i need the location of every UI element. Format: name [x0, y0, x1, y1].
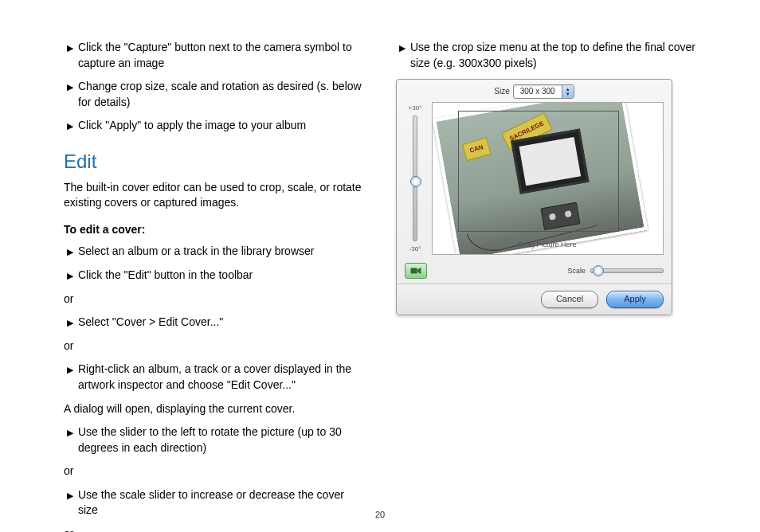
cover-canvas[interactable]: CAN SACRILEGE Drag Picture Here	[432, 102, 664, 255]
or-separator: or	[64, 464, 364, 479]
bullet-item: ▶ Right-click an album, a track or a cov…	[64, 362, 364, 393]
combo-arrows-icon: ▲▼	[562, 85, 574, 98]
bullet-text: Change crop size, scale and rotation as …	[78, 79, 364, 110]
bullet-icon: ▶	[67, 424, 78, 456]
bullet-text: Click the "Edit" button in the toolbar	[78, 268, 364, 284]
bullet-icon: ▶	[67, 268, 78, 284]
scale-slider[interactable]	[590, 268, 664, 273]
size-combobox[interactable]: 300 x 300 ▲▼	[513, 84, 574, 99]
paragraph: A dialog will open, displaying the curre…	[64, 401, 364, 417]
left-column: ▶ Click the "Capture" button next to the…	[64, 40, 364, 532]
bullet-item: ▶ Change crop size, scale and rotation a…	[64, 79, 364, 110]
bullet-text: Use the crop size menu at the top to def…	[410, 40, 696, 71]
or-separator: or	[64, 291, 364, 307]
drag-hint: Drag Picture Here	[433, 240, 663, 250]
scale-label: Scale	[567, 266, 586, 276]
cover-editor-dialog: Size 300 x 300 ▲▼ +30° -30°	[396, 79, 672, 315]
section-heading: Edit	[64, 148, 364, 175]
bullet-item: ▶ Click the "Edit" button in the toolbar	[64, 268, 364, 284]
crop-rectangle	[458, 111, 619, 232]
bullet-text: Click "Apply" to apply the image to your…	[78, 118, 364, 134]
bullet-icon: ▶	[67, 362, 78, 393]
bullet-icon: ▶	[67, 244, 78, 260]
rotation-slider[interactable]	[413, 115, 417, 241]
or-separator: or	[64, 338, 364, 354]
svg-marker-1	[417, 268, 421, 274]
rotation-knob-icon	[410, 176, 421, 187]
section-intro: The built-in cover editor can be used to…	[64, 180, 364, 211]
rotation-slider-column: +30° -30°	[403, 102, 427, 255]
bullet-item: ▶ Use the slider to the left to rotate t…	[64, 424, 364, 456]
bullet-item: ▶ Click the "Capture" button next to the…	[64, 40, 364, 71]
video-camera-icon	[410, 266, 421, 276]
right-column: ▶ Use the crop size menu at the top to d…	[396, 40, 696, 532]
bullet-item: ▶ Use the crop size menu at the top to d…	[396, 40, 696, 71]
bullet-text: Right-click an album, a track or a cover…	[78, 362, 364, 393]
bullet-text: Use the slider to the left to rotate the…	[78, 424, 364, 456]
bullet-item: ▶ Select an album or a track in the libr…	[64, 244, 364, 260]
sub-heading: To edit a cover:	[64, 222, 364, 238]
size-value: 300 x 300	[514, 85, 562, 98]
page-number: 20	[0, 509, 760, 521]
dialog-footer: Cancel Apply	[397, 284, 672, 315]
bullet-icon: ▶	[67, 315, 78, 331]
svg-rect-0	[411, 268, 417, 274]
cancel-button[interactable]: Cancel	[541, 291, 598, 308]
bullet-text: Click the "Capture" button next to the c…	[78, 40, 364, 71]
bullet-icon: ▶	[67, 118, 78, 134]
size-label: Size	[494, 86, 509, 97]
bullet-item: ▶ Select "Cover > Edit Cover..."	[64, 315, 364, 331]
bullet-icon: ▶	[67, 40, 78, 71]
or-separator: or	[64, 526, 364, 532]
dialog-size-row: Size 300 x 300 ▲▼	[397, 80, 672, 102]
rotation-min-label: -30°	[409, 244, 421, 253]
scale-knob-icon	[593, 265, 604, 276]
apply-button[interactable]: Apply	[606, 291, 664, 308]
bullet-icon: ▶	[399, 40, 410, 71]
camera-capture-button[interactable]	[405, 263, 427, 279]
scale-row: Scale	[567, 266, 664, 276]
rotation-max-label: +30°	[409, 104, 422, 112]
bullet-item: ▶ Click "Apply" to apply the image to yo…	[64, 118, 364, 134]
bullet-text: Select an album or a track in the librar…	[78, 244, 364, 260]
bullet-icon: ▶	[67, 79, 78, 110]
bullet-text: Select "Cover > Edit Cover..."	[78, 315, 364, 331]
